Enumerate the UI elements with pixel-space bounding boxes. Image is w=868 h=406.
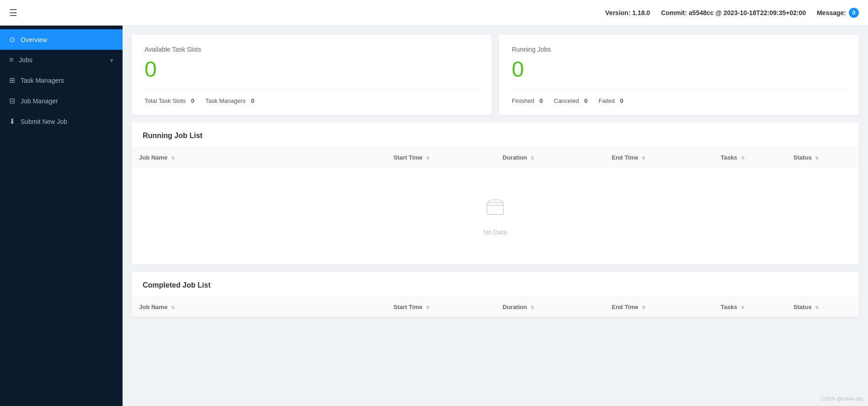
running-job-table: Job Name ⇅ Start Time ⇅ Duration ⇅ End T… (132, 148, 859, 265)
sidebar-item-task-managers[interactable]: ⊞ Task Managers (0, 70, 123, 91)
no-data-icon (484, 196, 506, 223)
task-slots-title: Available Task Slots (145, 46, 479, 53)
failed-value: 0 (620, 97, 623, 104)
col-header-job-name[interactable]: Job Name ⇅ (132, 148, 386, 168)
nav-label-overview: Overview (21, 36, 113, 43)
running-jobs-value: 0 (512, 59, 846, 80)
completed-sort-icon-start-time: ⇅ (426, 305, 429, 310)
nav-icon-job-manager: ⊟ (9, 96, 15, 105)
failed-stat: Failed 0 (599, 97, 623, 104)
sidebar-nav: ⊙ Overview ≡ Jobs ∨ ⊞ Task Managers ⊟ Jo… (0, 26, 123, 135)
version-label: Version: (605, 9, 630, 16)
commit-label: Commit: (661, 9, 687, 16)
running-jobs-card: Running Jobs 0 Finished 0 Canceled 0 Fai… (499, 35, 859, 115)
completed-job-table-header-row: Job Name ⇅ Start Time ⇅ Duration ⇅ End T… (132, 297, 859, 317)
running-jobs-footer: Finished 0 Canceled 0 Failed 0 (512, 90, 846, 104)
completed-col-header-status[interactable]: Status ⇅ (786, 297, 859, 317)
completed-sort-icon-duration: ⇅ (530, 305, 534, 310)
stats-row: Available Task Slots 0 Total Task Slots … (132, 35, 859, 115)
nav-label-task-managers: Task Managers (21, 77, 113, 84)
nav-icon-overview: ⊙ (9, 35, 15, 44)
running-no-data-text: No Data (483, 229, 507, 236)
sidebar-item-job-manager[interactable]: ⊟ Job Manager (0, 91, 123, 111)
running-job-table-header-row: Job Name ⇅ Start Time ⇅ Duration ⇅ End T… (132, 148, 859, 168)
total-task-slots: Total Task Slots 0 (145, 97, 194, 104)
task-managers-value: 0 (251, 97, 254, 104)
canceled-value: 0 (584, 97, 588, 104)
running-job-no-data-area: No Data (139, 174, 852, 258)
sidebar-item-overview[interactable]: ⊙ Overview (0, 29, 123, 50)
running-job-table-body: No Data (132, 168, 859, 265)
version-info: Version: 1.18.0 (605, 9, 650, 16)
completed-col-header-job-name[interactable]: Job Name ⇅ (132, 297, 386, 317)
sort-icon-tasks: ⇅ (741, 155, 745, 160)
completed-sort-icon-end-time: ⇅ (642, 305, 645, 310)
top-header: ☰ Version: 1.18.0 Commit: a5548cc @ 2023… (0, 0, 868, 26)
watermark: CSDN @china-zhz (821, 396, 863, 401)
task-managers-label: Task Managers (205, 97, 246, 104)
commit-value: a5548cc @ 2023-10-18T22:09:35+02:00 (689, 9, 806, 16)
nav-icon-submit-new-job: ⬇ (9, 117, 15, 126)
failed-label: Failed (599, 97, 615, 104)
version-value: 1.18.0 (632, 9, 650, 16)
completed-job-table-head: Job Name ⇅ Start Time ⇅ Duration ⇅ End T… (132, 297, 859, 317)
finished-label: Finished (512, 97, 534, 104)
completed-col-header-duration[interactable]: Duration ⇅ (495, 297, 605, 317)
completed-sort-icon-tasks: ⇅ (741, 305, 745, 310)
running-job-no-data-row: No Data (132, 168, 859, 265)
running-job-no-data-cell: No Data (132, 168, 859, 265)
completed-sort-icon-job-name: ⇅ (171, 305, 175, 310)
nav-label-jobs: Jobs (19, 56, 104, 64)
col-header-start-time[interactable]: Start Time ⇅ (386, 148, 496, 168)
completed-col-header-start-time[interactable]: Start Time ⇅ (386, 297, 496, 317)
completed-col-header-end-time[interactable]: End Time ⇅ (605, 297, 714, 317)
svg-rect-0 (487, 203, 504, 214)
sort-icon-start-time: ⇅ (426, 155, 429, 160)
sidebar: ⊙ Overview ≡ Jobs ∨ ⊞ Task Managers ⊟ Jo… (0, 26, 123, 406)
main-content: Available Task Slots 0 Total Task Slots … (123, 26, 868, 406)
sort-icon-job-name: ⇅ (171, 155, 175, 160)
total-task-slots-value: 0 (191, 97, 194, 104)
sort-icon-end-time: ⇅ (642, 155, 645, 160)
nav-icon-task-managers: ⊞ (9, 76, 15, 85)
sidebar-item-submit-new-job[interactable]: ⬇ Submit New Job (0, 111, 123, 132)
sort-icon-status: ⇅ (815, 155, 819, 160)
menu-toggle-button[interactable]: ☰ (9, 7, 17, 18)
nav-label-submit-new-job: Submit New Job (21, 118, 113, 125)
task-slots-value: 0 (145, 59, 479, 80)
completed-job-list-header: Completed Job List (132, 272, 859, 297)
completed-sort-icon-status: ⇅ (815, 305, 819, 310)
message-badge: Message: 0 (817, 8, 859, 18)
sidebar-item-jobs[interactable]: ≡ Jobs ∨ (0, 50, 123, 70)
col-header-end-time[interactable]: End Time ⇅ (605, 148, 714, 168)
commit-info: Commit: a5548cc @ 2023-10-18T22:09:35+02… (661, 9, 806, 16)
task-managers-stat: Task Managers 0 (205, 97, 254, 104)
total-task-slots-label: Total Task Slots (145, 97, 186, 104)
message-label: Message: (817, 9, 846, 16)
task-slots-card: Available Task Slots 0 Total Task Slots … (132, 35, 492, 115)
col-header-duration[interactable]: Duration ⇅ (495, 148, 605, 168)
running-job-table-head: Job Name ⇅ Start Time ⇅ Duration ⇅ End T… (132, 148, 859, 168)
layout: ⊙ Overview ≡ Jobs ∨ ⊞ Task Managers ⊟ Jo… (0, 0, 868, 406)
completed-job-list-card: Completed Job List Job Name ⇅ Start Time… (132, 272, 859, 317)
header-left: ☰ (9, 7, 17, 18)
completed-col-header-tasks[interactable]: Tasks ⇅ (713, 297, 786, 317)
running-job-list-header: Running Job List (132, 123, 859, 148)
running-job-list-card: Running Job List Job Name ⇅ Start Time ⇅… (132, 123, 859, 265)
sort-icon-duration: ⇅ (530, 155, 534, 160)
header-right: Version: 1.18.0 Commit: a5548cc @ 2023-1… (605, 8, 859, 18)
col-header-status[interactable]: Status ⇅ (786, 148, 859, 168)
finished-value: 0 (540, 97, 543, 104)
col-header-tasks[interactable]: Tasks ⇅ (713, 148, 786, 168)
message-count[interactable]: 0 (849, 8, 859, 18)
task-slots-footer: Total Task Slots 0 Task Managers 0 (145, 90, 479, 104)
canceled-label: Canceled (554, 97, 579, 104)
finished-stat: Finished 0 (512, 97, 543, 104)
canceled-stat: Canceled 0 (554, 97, 588, 104)
nav-arrow-jobs: ∨ (110, 57, 113, 63)
completed-job-table: Job Name ⇅ Start Time ⇅ Duration ⇅ End T… (132, 297, 859, 317)
nav-icon-jobs: ≡ (9, 56, 13, 64)
nav-label-job-manager: Job Manager (21, 97, 113, 105)
running-jobs-title: Running Jobs (512, 46, 846, 53)
